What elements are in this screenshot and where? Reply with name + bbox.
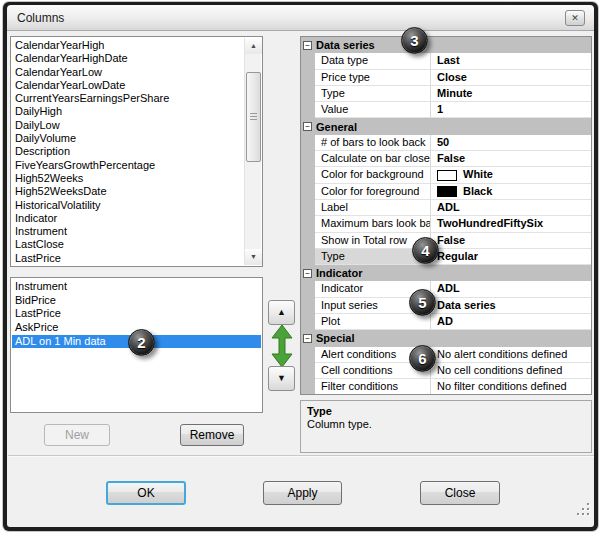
scrollbar-grip <box>250 113 257 120</box>
property-value[interactable]: No cell conditions defined <box>431 363 591 379</box>
property-value[interactable]: False <box>431 233 591 249</box>
property-row[interactable]: Show in Total rowFalse <box>301 233 591 249</box>
list-item[interactable]: High52Weeks <box>12 172 244 185</box>
scroll-up-icon[interactable]: ▲ <box>245 38 262 54</box>
list-item[interactable]: Indicator <box>12 212 244 225</box>
property-label[interactable]: Data type <box>315 53 431 69</box>
property-category[interactable]: −Data series <box>301 37 591 53</box>
collapse-icon[interactable]: − <box>303 41 312 50</box>
property-category[interactable]: −General <box>301 118 591 134</box>
list-item[interactable]: DailyVolume <box>12 132 244 145</box>
property-category[interactable]: −Special <box>301 330 591 346</box>
property-value[interactable]: Last <box>431 53 591 69</box>
property-row[interactable]: Filter conditionsNo filter conditions de… <box>301 379 591 395</box>
collapse-icon[interactable]: − <box>303 334 312 343</box>
property-row[interactable]: TypeRegular <box>301 249 591 265</box>
resize-grip-icon[interactable] <box>577 503 591 517</box>
list-item[interactable]: Instrument <box>12 225 244 238</box>
available-columns-list[interactable]: CalendarYearHighCalendarYearHighDateCale… <box>10 36 263 267</box>
list-item[interactable]: CalendarYearLowDate <box>12 79 244 92</box>
reorder-arrow-icon <box>271 325 293 367</box>
property-label[interactable]: Calculate on bar close <box>315 151 431 167</box>
property-value-text: No filter conditions defined <box>437 379 567 394</box>
property-row[interactable]: IndicatorADL <box>301 281 591 297</box>
property-label[interactable]: Label <box>315 200 431 216</box>
property-value[interactable]: TwoHundredFiftySix <box>431 216 591 232</box>
ok-button[interactable]: OK <box>106 481 186 505</box>
property-value-text: False <box>437 233 465 248</box>
property-label[interactable]: Price type <box>315 70 431 86</box>
property-value[interactable]: ADL <box>431 281 591 297</box>
property-label[interactable]: Value <box>315 102 431 118</box>
property-label[interactable]: Type <box>315 86 431 102</box>
list-item[interactable]: LastPrice <box>12 307 261 321</box>
property-value[interactable]: 1 <box>431 102 591 118</box>
property-label[interactable]: # of bars to look back <box>315 135 431 151</box>
list-item[interactable]: DailyLow <box>12 119 244 132</box>
scrollbar[interactable]: ▲ ▼ <box>244 38 261 265</box>
property-value-text: ADL <box>437 200 460 215</box>
move-up-button[interactable]: ▲ <box>268 300 295 325</box>
list-item[interactable]: BidPrice <box>12 294 261 308</box>
apply-button[interactable]: Apply <box>263 481 342 505</box>
property-value[interactable]: Close <box>431 70 591 86</box>
list-item[interactable]: Instrument <box>12 280 261 294</box>
list-item[interactable]: CurrentYearsEarningsPerShare <box>12 92 244 105</box>
collapse-icon[interactable]: − <box>303 269 312 278</box>
property-value-text: False <box>437 151 465 166</box>
list-item[interactable]: FiveYearsGrowthPercentage <box>12 159 244 172</box>
property-value[interactable]: Minute <box>431 86 591 102</box>
property-label[interactable]: Color for background <box>315 167 431 183</box>
property-value[interactable]: Regular <box>431 249 591 265</box>
property-row[interactable]: Color for backgroundWhite <box>301 167 591 183</box>
property-value[interactable]: No alert conditions defined <box>431 347 591 363</box>
list-item[interactable]: High52WeeksDate <box>12 185 244 198</box>
property-row[interactable]: Input seriesData series <box>301 298 591 314</box>
property-value[interactable]: White <box>431 167 591 183</box>
property-row[interactable]: Value1 <box>301 102 591 118</box>
property-value[interactable]: Data series <box>431 298 591 314</box>
property-row[interactable]: Maximum bars look bacTwoHundredFiftySix <box>301 216 591 232</box>
property-row[interactable]: Price typeClose <box>301 70 591 86</box>
property-value[interactable]: False <box>431 151 591 167</box>
list-item[interactable]: CalendarYearLow <box>12 66 244 79</box>
close-icon[interactable]: ✕ <box>565 10 585 26</box>
property-value[interactable]: AD <box>431 314 591 330</box>
property-value[interactable]: No filter conditions defined <box>431 379 591 395</box>
property-row[interactable]: Color for foregroundBlack <box>301 184 591 200</box>
scrollbar-thumb[interactable] <box>246 72 261 162</box>
collapse-icon[interactable]: − <box>303 122 312 131</box>
property-row[interactable]: # of bars to look back50 <box>301 135 591 151</box>
list-item[interactable]: CalendarYearHigh <box>12 39 244 52</box>
scroll-down-icon[interactable]: ▼ <box>245 249 262 265</box>
list-item[interactable]: LastPrice <box>12 252 244 265</box>
move-down-button[interactable]: ▼ <box>268 366 295 391</box>
property-grid[interactable]: −Data seriesData typeLastPrice typeClose… <box>300 36 592 395</box>
property-row[interactable]: LabelADL <box>301 200 591 216</box>
list-item[interactable]: Description <box>12 145 244 158</box>
property-value[interactable]: ADL <box>431 200 591 216</box>
property-label[interactable]: Plot <box>315 314 431 330</box>
property-row[interactable]: Cell conditionsNo cell conditions define… <box>301 363 591 379</box>
list-item[interactable]: LastClose <box>12 238 244 251</box>
row-indent <box>301 200 315 216</box>
property-row[interactable]: TypeMinute <box>301 86 591 102</box>
row-indent <box>301 86 315 102</box>
list-item[interactable]: DailyHigh <box>12 105 244 118</box>
property-row[interactable]: Alert conditionsNo alert conditions defi… <box>301 347 591 363</box>
list-item[interactable]: CalendarYearHighDate <box>12 52 244 65</box>
remove-button[interactable]: Remove <box>180 424 244 446</box>
new-button[interactable]: New <box>44 424 110 446</box>
property-category[interactable]: −Indicator <box>301 265 591 281</box>
property-value[interactable]: 50 <box>431 135 591 151</box>
property-label[interactable]: Maximum bars look bac <box>315 216 431 232</box>
property-row[interactable]: Calculate on bar closeFalse <box>301 151 591 167</box>
property-row[interactable]: PlotAD <box>301 314 591 330</box>
list-item[interactable]: HistoricalVolatility <box>12 199 244 212</box>
property-row[interactable]: Data typeLast <box>301 53 591 69</box>
property-label[interactable]: Filter conditions <box>315 379 431 395</box>
close-button[interactable]: Close <box>420 481 500 505</box>
property-value[interactable]: Black <box>431 184 591 200</box>
property-label[interactable]: Color for foreground <box>315 184 431 200</box>
title-bar[interactable]: Columns ✕ <box>7 5 594 31</box>
